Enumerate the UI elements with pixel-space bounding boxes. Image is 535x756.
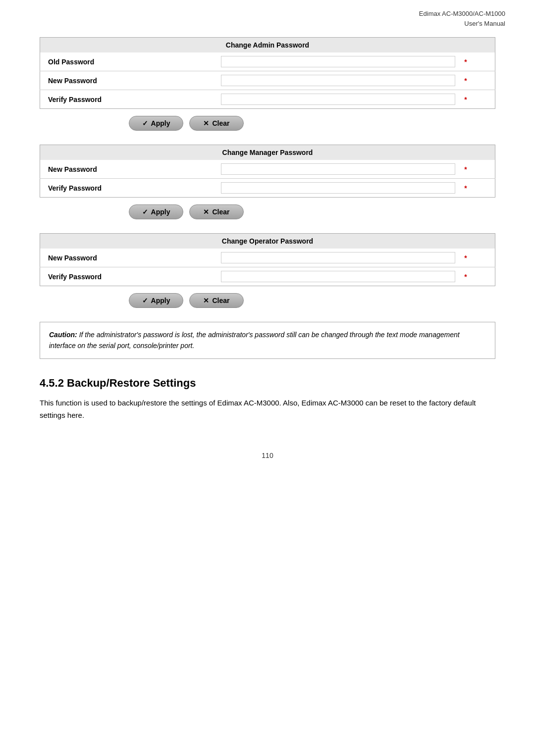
operator-new-password-cell — [213, 249, 463, 267]
operator-new-password-input[interactable] — [221, 252, 455, 263]
new-password-label: New Password — [40, 71, 213, 90]
admin-apply-button[interactable]: ✓ Apply — [129, 116, 183, 131]
operator-clear-label: Clear — [212, 297, 229, 304]
admin-apply-label: Apply — [151, 119, 170, 127]
operator-button-row: ✓ Apply ✕ Clear — [40, 293, 495, 308]
table-row: Old Password * — [40, 52, 495, 71]
table-row: Verify Password * — [40, 179, 495, 198]
clear-cross-icon: ✕ — [203, 119, 209, 127]
manager-password-section: Change Manager Password New Password * V… — [40, 145, 495, 219]
operator-password-title: Change Operator Password — [40, 234, 495, 249]
section-number: 4.5.2 — [40, 377, 64, 389]
table-row: Verify Password * — [40, 90, 495, 109]
operator-password-table: Change Operator Password New Password * … — [40, 233, 495, 286]
manager-verify-required: * — [463, 179, 495, 198]
operator-verify-password-input[interactable] — [221, 271, 455, 282]
admin-password-section: Change Admin Password Old Password * New… — [40, 37, 495, 131]
section-title: Backup/Restore Settings — [67, 377, 196, 389]
caution-box: Caution: If the administrator's password… — [40, 322, 495, 359]
verify-password-cell — [213, 90, 463, 109]
caution-bold-text: Caution: — [49, 331, 77, 339]
manager-new-required: * — [463, 160, 495, 179]
apply-checkmark-icon-3: ✓ — [142, 297, 148, 304]
operator-new-password-label: New Password — [40, 249, 213, 267]
table-row: New Password * — [40, 249, 495, 267]
header-line2: User's Manual — [464, 20, 505, 27]
verify-password-label: Verify Password — [40, 90, 213, 109]
verify-password-required: * — [463, 90, 495, 109]
table-row: Verify Password * — [40, 267, 495, 286]
admin-verify-password-input[interactable] — [221, 94, 455, 105]
apply-checkmark-icon: ✓ — [142, 119, 148, 127]
manager-verify-password-label: Verify Password — [40, 179, 213, 198]
manager-button-row: ✓ Apply ✕ Clear — [40, 204, 495, 219]
manager-apply-button[interactable]: ✓ Apply — [129, 204, 183, 219]
clear-cross-icon-2: ✕ — [203, 208, 209, 216]
new-password-cell — [213, 71, 463, 90]
manager-new-password-label: New Password — [40, 160, 213, 179]
operator-new-required: * — [463, 249, 495, 267]
manager-password-title: Change Manager Password — [40, 145, 495, 160]
clear-cross-icon-3: ✕ — [203, 297, 209, 304]
apply-checkmark-icon-2: ✓ — [142, 208, 148, 216]
admin-password-table: Change Admin Password Old Password * New… — [40, 37, 495, 109]
manager-clear-label: Clear — [212, 208, 229, 216]
manager-password-table: Change Manager Password New Password * V… — [40, 145, 495, 198]
manager-new-password-input[interactable] — [221, 163, 455, 175]
header-line1: Edimax AC-M3000/AC-M1000 — [419, 10, 505, 17]
new-password-required: * — [463, 71, 495, 90]
section-heading: 4.5.2 Backup/Restore Settings — [40, 377, 495, 390]
caution-body-text: If the administrator's password is lost,… — [49, 331, 460, 350]
page-content: Change Admin Password Old Password * New… — [0, 32, 535, 479]
old-password-cell — [213, 52, 463, 71]
manager-apply-label: Apply — [151, 208, 170, 216]
operator-verify-password-cell — [213, 267, 463, 286]
manager-verify-password-cell — [213, 179, 463, 198]
operator-clear-button[interactable]: ✕ Clear — [189, 293, 244, 308]
manager-verify-password-input[interactable] — [221, 182, 455, 194]
section-description: This function is used to backup/restore … — [40, 397, 495, 422]
table-row: New Password * — [40, 160, 495, 179]
manager-clear-button[interactable]: ✕ Clear — [189, 204, 244, 219]
admin-clear-button[interactable]: ✕ Clear — [189, 116, 244, 131]
operator-verify-required: * — [463, 267, 495, 286]
admin-password-title: Change Admin Password — [40, 38, 495, 53]
old-password-input[interactable] — [221, 56, 455, 67]
old-password-label: Old Password — [40, 52, 213, 71]
operator-password-section: Change Operator Password New Password * … — [40, 233, 495, 308]
operator-verify-password-label: Verify Password — [40, 267, 213, 286]
manager-new-password-cell — [213, 160, 463, 179]
admin-new-password-input[interactable] — [221, 75, 455, 86]
table-row: New Password * — [40, 71, 495, 90]
operator-apply-button[interactable]: ✓ Apply — [129, 293, 183, 308]
old-password-required: * — [463, 52, 495, 71]
page-number: 110 — [40, 452, 495, 459]
admin-clear-label: Clear — [212, 119, 229, 127]
page-header: Edimax AC-M3000/AC-M1000 User's Manual — [0, 0, 535, 32]
admin-button-row: ✓ Apply ✕ Clear — [40, 116, 495, 131]
operator-apply-label: Apply — [151, 297, 170, 304]
